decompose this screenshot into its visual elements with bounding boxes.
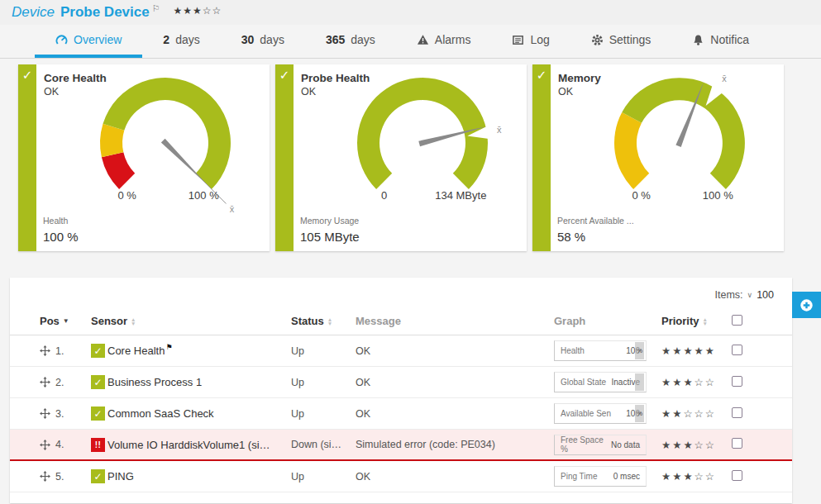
mini-graph-channel: Ping Time	[561, 472, 597, 481]
mini-graph-channel: Global State	[561, 378, 606, 387]
mini-graph-axis: %	[635, 342, 644, 359]
tab-log[interactable]: Log	[491, 25, 570, 58]
items-value[interactable]: 100	[757, 289, 774, 301]
mini-graph-value: 0 msec	[613, 472, 640, 481]
device-priority-rating[interactable]: ★★★☆☆	[174, 5, 222, 17]
drag-handle-icon[interactable]	[40, 440, 50, 450]
message-cell: OK	[356, 377, 554, 388]
mini-graph-axis	[635, 373, 644, 391]
sensor-table-row[interactable]: 2. ✓ Business Process 1 Up OK Global Sta…	[10, 367, 792, 398]
drag-handle-icon[interactable]	[40, 345, 50, 356]
tab-365-days[interactable]: 365days	[305, 25, 396, 58]
gauge-channel-label: Health	[43, 216, 134, 226]
row-checkbox[interactable]	[732, 438, 742, 449]
column-header-message: Message	[356, 315, 554, 327]
gauge-channel-value: 58 %	[557, 230, 585, 244]
row-checkbox[interactable]	[732, 470, 742, 481]
gauge-card-core-health[interactable]: ✓ Core Health OK x̄0 %100 % Health 100 %	[18, 64, 270, 251]
sensor-link[interactable]: ✓ Business Process 1	[91, 375, 291, 389]
priority-stars[interactable]: ★★★☆☆	[661, 377, 716, 388]
sort-icon: ▲▼	[703, 317, 708, 326]
status-ok-bar: ✓	[18, 64, 36, 251]
tab-30-days[interactable]: 30days	[221, 25, 305, 58]
column-header-priority[interactable]: Priority ▲▼	[661, 315, 732, 327]
gauge-chart-container: x̄0134 MByte	[319, 69, 526, 217]
priority-stars[interactable]: ★★★☆☆	[661, 440, 716, 451]
plus-icon	[800, 298, 814, 312]
sort-icon: ▲▼	[131, 317, 136, 326]
sensor-mini-graph[interactable]: Ping Time 0 msec	[554, 466, 647, 487]
table-header-row: Pos ▼ Sensor ▲▼ Status ▲▼ Message Graph …	[10, 307, 792, 335]
row-checkbox[interactable]	[732, 376, 742, 387]
message-cell: OK	[356, 471, 554, 483]
column-header-status[interactable]: Status ▲▼	[291, 315, 356, 327]
status-cell: Down (si…	[291, 439, 356, 450]
sensor-link[interactable]: ✓ Core Health ⚑	[91, 344, 291, 358]
gauge-card-probe-health[interactable]: ✓ Probe Health OK x̄0134 MByte Memory Us…	[275, 64, 527, 251]
sensor-table-row[interactable]: 5. ✓ PING Up OK Ping Time 0 msec ★★★☆☆	[10, 461, 792, 492]
svg-text:134 MByte: 134 MByte	[435, 189, 486, 202]
svg-text:0: 0	[381, 189, 387, 202]
check-icon: ✓	[279, 68, 290, 82]
gauge-channel-label: Memory Usage	[300, 216, 391, 226]
sensor-table-row[interactable]: 4. !! Volume IO HarddiskVolume1 (si… Dow…	[10, 430, 792, 461]
select-all-checkbox[interactable]	[732, 315, 742, 326]
row-checkbox[interactable]	[732, 407, 742, 418]
sensor-link[interactable]: ✓ PING	[91, 469, 291, 483]
mini-graph-value: No data	[611, 440, 640, 449]
sensor-table-card: Items: ∨ 100 Pos ▼ Sensor ▲▼ Status ▲▼ M…	[10, 278, 792, 503]
priority-stars[interactable]: ★★★★★	[661, 345, 716, 357]
items-count-control[interactable]: Items: ∨ 100	[10, 278, 792, 304]
sort-icon: ▲▼	[327, 317, 332, 326]
page-title: Probe Device	[60, 4, 150, 21]
gauge-chart: x̄0 %100 %	[62, 69, 269, 217]
status-cell: Up	[291, 471, 356, 483]
svg-text:0 %: 0 %	[632, 189, 651, 202]
message-cell: Simulated error (code: PE034)	[356, 439, 554, 450]
column-header-sensor[interactable]: Sensor ▲▼	[91, 315, 291, 327]
position-number: 3.	[55, 408, 64, 420]
tab-2-days[interactable]: 2days	[142, 25, 220, 58]
log-icon	[512, 34, 524, 46]
gauge-chart: x̄0134 MByte	[319, 69, 526, 217]
flag-icon: ⚑	[165, 343, 172, 351]
ok-check-icon: ✓	[91, 375, 105, 389]
tab-bar: Overview2days30days365daysAlarmsLogSetti…	[0, 25, 821, 59]
message-cell: OK	[356, 408, 554, 420]
tab-label: days	[175, 33, 200, 46]
priority-stars[interactable]: ★★★☆☆	[661, 471, 716, 483]
check-icon: ✓	[22, 68, 33, 82]
drag-handle-icon[interactable]	[40, 377, 50, 388]
sensor-link[interactable]: ✓ Common SaaS Check	[91, 407, 291, 421]
tab-notifications[interactable]: Notifica	[671, 25, 770, 58]
sensor-table-row[interactable]: 1. ✓ Core Health ⚑ Up OK Health 100 % ★★…	[10, 335, 792, 367]
mini-graph-channel: Available Sen	[561, 409, 611, 418]
tab-number: 365	[326, 33, 345, 46]
table-body: 1. ✓ Core Health ⚑ Up OK Health 100 % ★★…	[10, 335, 792, 492]
tab-overview[interactable]: Overview	[35, 25, 142, 58]
sensor-mini-graph[interactable]: Health 100 %	[554, 340, 647, 361]
tab-label: days	[351, 33, 375, 46]
chevron-down-icon: ∨	[747, 291, 753, 299]
prtg-device-overview-page: { "header": { "kind": "Device", "title":…	[0, 0, 821, 504]
gauge-icon	[55, 34, 68, 46]
sensor-mini-graph[interactable]: Free Space % No data	[554, 435, 647, 455]
tab-label: Notifica	[710, 33, 749, 46]
drag-handle-icon[interactable]	[40, 471, 50, 482]
sensor-mini-graph[interactable]: Available Sen 100 %	[554, 403, 647, 424]
sensor-mini-graph[interactable]: Global State Inactive	[554, 372, 647, 392]
priority-stars[interactable]: ★★☆☆☆	[661, 408, 716, 420]
column-header-pos[interactable]: Pos ▼	[40, 315, 91, 327]
row-checkbox[interactable]	[732, 345, 742, 355]
flag-icon[interactable]: ⚐	[152, 3, 160, 14]
tab-alarms[interactable]: Alarms	[396, 25, 492, 58]
sort-desc-icon: ▼	[63, 317, 69, 325]
sensor-name: Business Process 1	[107, 376, 202, 388]
gauge-card-memory[interactable]: ✓ Memory OK x̄0 %100 % Percent Available…	[532, 64, 784, 251]
tab-settings[interactable]: Settings	[570, 25, 672, 58]
drag-handle-icon[interactable]	[40, 408, 50, 419]
sensor-link[interactable]: !! Volume IO HarddiskVolume1 (si…	[91, 438, 291, 452]
sensor-table-row[interactable]: 3. ✓ Common SaaS Check Up OK Available S…	[10, 398, 792, 430]
add-object-button[interactable]	[792, 292, 821, 318]
gauge-channel-label: Percent Available ...	[557, 216, 648, 226]
